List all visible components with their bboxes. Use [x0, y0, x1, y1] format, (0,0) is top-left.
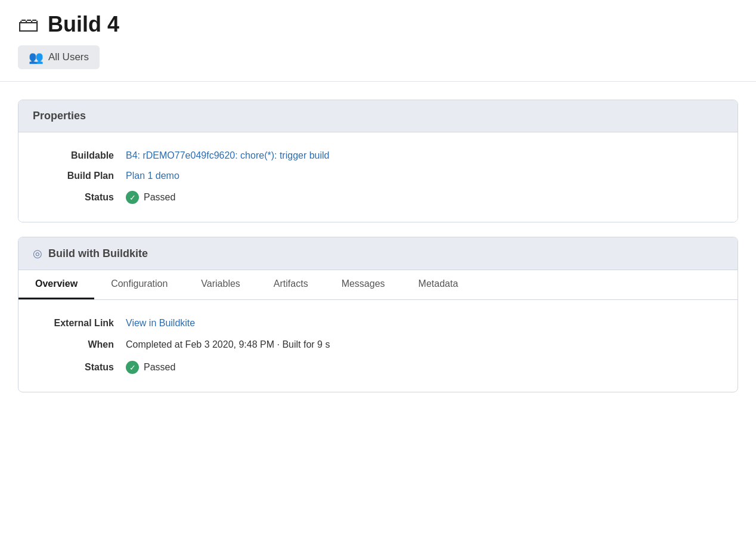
buildkite-status-label: Status [42, 362, 126, 373]
status-passed: ✓ Passed [126, 191, 175, 204]
view-in-buildkite-link[interactable]: View in Buildkite [126, 318, 195, 328]
properties-card: Properties Buildable B4: rDEMO77e049fc96… [18, 100, 738, 222]
buildkite-status-text: Passed [144, 362, 175, 373]
buildkite-card: ◎ Build with Buildkite Overview Configur… [18, 237, 738, 392]
tab-artifacts[interactable]: Artifacts [257, 270, 325, 299]
build-plan-value: Plan 1 demo [126, 171, 179, 181]
buildkite-icon: ◎ [33, 247, 42, 260]
tab-configuration[interactable]: Configuration [94, 270, 184, 299]
buildable-link[interactable]: B4: rDEMO77e049fc9620: chore(*): trigger… [126, 150, 330, 160]
buildkite-title: Build with Buildkite [48, 247, 148, 260]
users-icon: 👥 [29, 50, 44, 64]
build-icon: 🗃 [18, 14, 39, 35]
status-label: Status [42, 192, 126, 203]
page-title: Build 4 [48, 12, 119, 37]
when-row: When Completed at Feb 3 2020, 9:48 PM · … [42, 339, 714, 350]
buildable-label: Buildable [42, 150, 126, 161]
buildkite-card-header: ◎ Build with Buildkite [18, 237, 738, 270]
build-title-row: 🗃 Build 4 [18, 12, 738, 37]
external-link-label: External Link [42, 318, 126, 329]
build-plan-link[interactable]: Plan 1 demo [126, 171, 179, 181]
status-text: Passed [144, 192, 175, 203]
when-label: When [42, 339, 126, 350]
all-users-label: All Users [48, 51, 89, 63]
build-plan-row: Build Plan Plan 1 demo [42, 171, 714, 181]
external-link-row: External Link View in Buildkite [42, 318, 714, 329]
tabs-row: Overview Configuration Variables Artifac… [18, 270, 738, 300]
external-link-value: View in Buildkite [126, 318, 195, 329]
tab-variables[interactable]: Variables [184, 270, 257, 299]
properties-card-header: Properties [18, 100, 738, 132]
all-users-button[interactable]: 👥 All Users [18, 45, 100, 69]
header-section: 🗃 Build 4 👥 All Users [0, 0, 756, 82]
overview-body: External Link View in Buildkite When Com… [18, 300, 738, 392]
when-value: Completed at Feb 3 2020, 9:48 PM · Built… [126, 339, 330, 350]
properties-table: Buildable B4: rDEMO77e049fc9620: chore(*… [42, 150, 714, 204]
buildkite-status-row: Status ✓ Passed [42, 361, 714, 374]
tab-metadata[interactable]: Metadata [402, 270, 475, 299]
status-value: ✓ Passed [126, 191, 175, 204]
buildkite-check-icon: ✓ [126, 361, 139, 374]
check-icon: ✓ [126, 191, 139, 204]
buildable-value: B4: rDEMO77e049fc9620: chore(*): trigger… [126, 150, 330, 161]
status-row: Status ✓ Passed [42, 191, 714, 204]
page-wrapper: 🗃 Build 4 👥 All Users Properties Buildab… [0, 0, 756, 557]
tab-overview[interactable]: Overview [18, 270, 94, 299]
properties-card-body: Buildable B4: rDEMO77e049fc9620: chore(*… [18, 132, 738, 222]
properties-title: Properties [33, 110, 86, 122]
buildkite-status-passed: ✓ Passed [126, 361, 175, 374]
buildkite-status-value: ✓ Passed [126, 361, 175, 374]
tab-messages[interactable]: Messages [325, 270, 402, 299]
buildable-row: Buildable B4: rDEMO77e049fc9620: chore(*… [42, 150, 714, 161]
content-area: Properties Buildable B4: rDEMO77e049fc96… [0, 82, 756, 410]
build-plan-label: Build Plan [42, 171, 126, 181]
